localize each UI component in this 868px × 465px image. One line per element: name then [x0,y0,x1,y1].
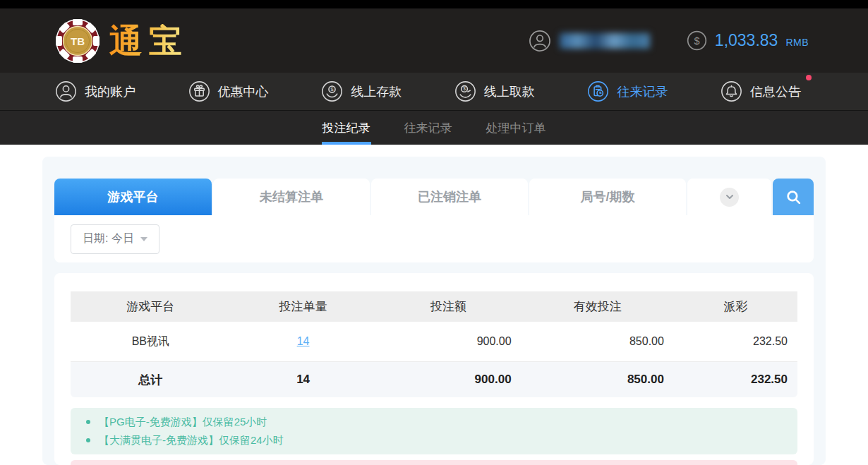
filter-tabs-row: 游戏平台 未结算注单 已注销注单 局号/期数 [54,179,814,215]
cell-bet-amount: 900.00 [376,335,522,348]
results-card: 游戏平台 投注单量 投注额 有效投注 派彩 BB视讯 14 900.00 850… [54,273,814,465]
nav-label: 我的账户 [85,83,135,100]
dollar-glyph: $ [331,86,334,92]
total-bet-amount: 900.00 [376,373,522,387]
dollar-glyph: $ [694,35,699,47]
info-notice-line: 【大满贯电子-免费游戏】仅保留24小时 [71,431,797,449]
subnav-tab-pending-orders[interactable]: 处理中订单 [486,111,547,145]
dollar-glyph: $ [463,86,466,91]
notification-dot [806,75,812,80]
tab-label: 游戏平台 [108,188,159,205]
brand-name: 通宝 [109,24,188,57]
table-header-row: 游戏平台 投注单量 投注额 有效投注 派彩 [71,291,797,322]
cell-payout: 232.50 [674,335,797,348]
tab-game-platform[interactable]: 游戏平台 [54,179,212,215]
subnav-label: 往来记录 [404,120,452,136]
nav-item-announcements[interactable]: 信息公告 [721,80,801,102]
user-avatar-icon [529,30,551,52]
header: TB 通宝 $ 1,033.83 RMB [0,8,868,73]
nav-label: 线上取款 [484,83,535,100]
caret-down-icon [140,237,147,241]
subnav-tab-transaction-records[interactable]: 往来记录 [404,111,453,145]
nav-item-transaction-records[interactable]: 往来记录 [587,80,668,102]
column-header-valid-bet: 有效投注 [522,298,674,315]
chevron-circle [720,188,739,207]
balance-currency: RMB [785,33,809,48]
date-filter-label: 日期: 今日 [83,231,134,246]
column-header-bet-amount: 投注额 [376,298,522,315]
nav-label: 优惠中心 [218,83,269,100]
column-header-platform: 游戏平台 [71,298,231,315]
tab-round-number[interactable]: 局号/期数 [529,179,686,215]
nav-item-my-account[interactable]: 我的账户 [55,80,135,102]
cell-platform: BB视讯 [71,334,231,349]
cell-valid-bet: 850.00 [522,335,674,348]
total-payout: 232.50 [674,373,797,387]
logo-monogram: TB [71,35,85,47]
nav-label: 信息公告 [750,83,801,100]
nav-item-promotions[interactable]: 优惠中心 [188,80,269,102]
balance[interactable]: $ 1,033.83 RMB [687,30,809,51]
casino-chip-logo-icon: TB [55,18,100,64]
subnav-tab-bet-records[interactable]: 投注纪录 [322,111,371,145]
header-right: $ 1,033.83 RMB [529,30,809,52]
column-header-payout: 派彩 [674,298,797,315]
tab-unsettled-bets[interactable]: 未结算注单 [213,179,370,215]
bell-icon [721,80,742,102]
search-button[interactable] [773,179,814,215]
total-label: 总计 [71,372,231,388]
withdraw-hand-coin-icon: $ [454,80,476,102]
nav-label: 线上存款 [351,83,402,100]
tab-label: 局号/期数 [580,188,634,205]
gift-icon [188,80,210,102]
username-redacted [560,33,650,49]
deposit-hand-coin-icon: $ [321,80,343,102]
info-notice-text: 【PG电子-免费游戏】仅保留25小时 [99,416,267,429]
balance-amount: 1,033.83 [715,31,778,50]
tab-cancelled-bets[interactable]: 已注销注单 [371,179,528,215]
total-valid-bet: 850.00 [522,373,674,387]
tabs-expand-control[interactable] [687,179,771,215]
chevron-down-icon [725,192,735,202]
total-bet-count: 14 [231,373,376,387]
info-notice-line: 【PG电子-免费游戏】仅保留25小时 [71,413,797,431]
info-notice-text: 【大满贯电子-免费游戏】仅保留24小时 [99,434,284,447]
content-panel: 游戏平台 未结算注单 已注销注单 局号/期数 [42,157,826,465]
table-total-row: 总计 14 900.00 850.00 232.50 [71,362,797,397]
bullet-dot [86,438,90,442]
maintenance-notice-box: 【皇冠体育-游戏维护中】查看维护时间 [71,460,797,465]
user-icon [55,80,77,102]
column-header-bet-count: 投注单量 [231,298,376,315]
coin-dollar-icon: $ [687,30,707,51]
info-notice-box: 【PG电子-免费游戏】仅保留25小时 【大满贯电子-免费游戏】仅保留24小时 [71,408,797,454]
table-row: BB视讯 14 900.00 850.00 232.50 [71,322,797,362]
bullet-dot [86,420,90,424]
nav-item-deposit[interactable]: $ 线上存款 [321,80,402,102]
main-nav: 我的账户 优惠中心 $ 线上存款 [0,73,868,110]
date-filter-dropdown[interactable]: 日期: 今日 [71,224,159,254]
nav-label: 往来记录 [617,83,668,100]
filter-row: 日期: 今日 [54,215,814,262]
sub-nav: 投注纪录 往来记录 处理中订单 [0,110,868,145]
subnav-label: 处理中订单 [486,120,546,136]
tab-label: 已注销注单 [418,188,481,205]
records-clipboard-clock-icon [587,80,609,102]
bet-count-link[interactable]: 14 [297,335,310,347]
subnav-label: 投注纪录 [323,120,370,136]
nav-item-withdraw[interactable]: $ 线上取款 [454,80,535,102]
user-account[interactable] [529,30,650,52]
search-icon [785,188,802,206]
tab-label: 未结算注单 [260,188,323,205]
cell-bet-count: 14 [231,335,376,348]
top-strip [0,0,868,8]
brand-logo[interactable]: TB 通宝 [55,18,188,64]
